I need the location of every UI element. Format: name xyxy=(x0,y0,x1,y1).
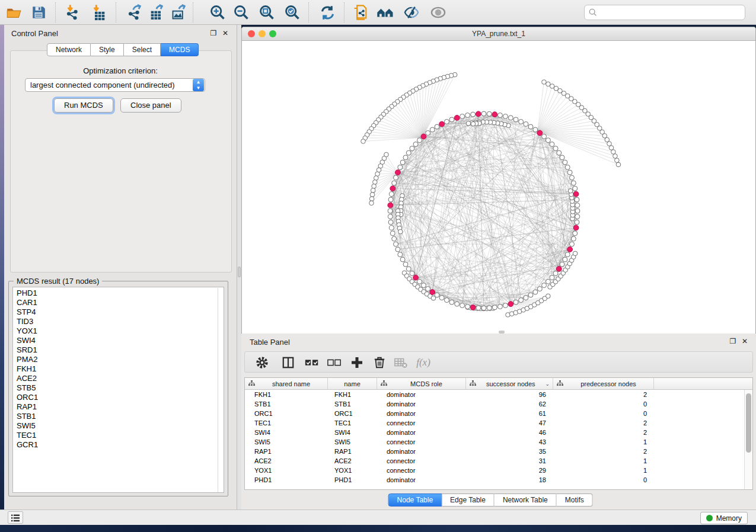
search-box[interactable] xyxy=(584,5,745,20)
graph-node[interactable] xyxy=(565,252,570,257)
column-header-successor-nodes[interactable]: successor nodes⌄ xyxy=(466,378,553,389)
graph-mcds-node[interactable] xyxy=(395,170,401,175)
tab-motifs[interactable]: Motifs xyxy=(557,493,593,507)
mcds-scrollbar-track[interactable] xyxy=(218,288,218,493)
export-image-icon[interactable] xyxy=(168,2,190,23)
graph-node[interactable] xyxy=(413,142,418,146)
graph-node[interactable] xyxy=(398,229,403,234)
graph-node[interactable] xyxy=(613,154,618,159)
graph-node[interactable] xyxy=(569,242,574,246)
graph-node[interactable] xyxy=(557,150,562,155)
graph-node[interactable] xyxy=(369,197,374,201)
mcds-node-item[interactable]: GCR1 xyxy=(13,440,224,450)
graph-node[interactable] xyxy=(497,305,502,309)
search-input[interactable] xyxy=(598,6,745,19)
table-row[interactable]: TEC1TEC1connector472 xyxy=(245,418,752,428)
table-row[interactable]: STB1STB1dominator620 xyxy=(245,399,752,409)
graph-node[interactable] xyxy=(573,231,578,236)
graph-node[interactable] xyxy=(569,175,574,180)
criterion-dropdown[interactable]: largest connected component (undirected)… xyxy=(25,78,205,92)
graph-node[interactable] xyxy=(465,305,470,309)
table-cell[interactable]: 1 xyxy=(553,456,654,466)
delete-columns-icon[interactable] xyxy=(369,353,390,372)
graph-node[interactable] xyxy=(388,209,393,213)
network-window-titlebar[interactable]: YPA_prune.txt_1 xyxy=(242,27,755,41)
graph-node[interactable] xyxy=(374,176,379,181)
graph-node[interactable] xyxy=(568,188,573,193)
mcds-node-item[interactable]: CAR1 xyxy=(13,298,224,307)
graph-node[interactable] xyxy=(400,257,405,262)
table-row[interactable]: SWI4SWI4dominator462 xyxy=(245,428,752,437)
graph-node[interactable] xyxy=(471,121,476,126)
graph-node[interactable] xyxy=(528,293,533,297)
graph-node[interactable] xyxy=(575,197,579,202)
graph-mcds-node[interactable] xyxy=(508,302,513,307)
graph-mcds-node[interactable] xyxy=(567,247,573,252)
graph-node[interactable] xyxy=(390,231,395,236)
graph-node[interactable] xyxy=(524,296,528,300)
deselect-all-rows-icon[interactable] xyxy=(324,353,344,372)
column-header-name[interactable]: name xyxy=(328,378,377,389)
graph-node[interactable] xyxy=(426,287,430,291)
table-cell[interactable]: dominator xyxy=(377,390,466,399)
graph-node[interactable] xyxy=(575,203,580,207)
mcds-node-item[interactable]: SWI5 xyxy=(13,421,224,431)
graph-mcds-node[interactable] xyxy=(476,111,481,117)
table-cell[interactable]: dominator xyxy=(377,475,466,485)
hide-selected-icon[interactable] xyxy=(400,2,423,23)
table-row[interactable]: ORC1ORC1dominator610 xyxy=(245,409,752,418)
table-cell[interactable]: ORC1 xyxy=(328,409,377,418)
tab-select[interactable]: Select xyxy=(124,43,161,56)
graph-node[interactable] xyxy=(560,155,564,160)
graph-node[interactable] xyxy=(542,134,547,139)
graph-mcds-node[interactable] xyxy=(430,290,435,295)
graph-node[interactable] xyxy=(400,160,405,165)
export-table-icon[interactable] xyxy=(145,2,168,23)
table-cell[interactable]: 1 xyxy=(553,466,654,475)
table-row[interactable]: RAP1RAP1dominator352 xyxy=(245,447,752,456)
mcds-node-item[interactable]: STB1 xyxy=(13,412,224,421)
network-from-selection-icon[interactable] xyxy=(349,2,372,23)
column-header-shared-name[interactable]: shared name xyxy=(245,378,328,389)
mcds-node-item[interactable]: SRD1 xyxy=(13,345,224,355)
mcds-node-item[interactable]: STB5 xyxy=(13,383,224,393)
tab-style[interactable]: Style xyxy=(91,43,124,56)
table-cell[interactable]: FKH1 xyxy=(245,390,328,399)
graph-node[interactable] xyxy=(503,303,508,308)
table-cell[interactable]: connector xyxy=(377,437,466,447)
table-row[interactable]: YOX1YOX1connector291 xyxy=(245,466,752,475)
graph-node[interactable] xyxy=(455,302,460,306)
graph-node[interactable] xyxy=(476,306,481,310)
function-builder-icon[interactable]: f(x) xyxy=(413,353,433,372)
mcds-node-item[interactable]: ACE2 xyxy=(13,374,224,383)
table-cell[interactable]: 2 xyxy=(553,418,654,428)
graph-node[interactable] xyxy=(471,112,476,117)
table-cell[interactable]: 2 xyxy=(553,447,654,456)
table-cell[interactable]: dominator xyxy=(377,409,466,418)
table-cell[interactable]: ACE2 xyxy=(328,456,377,466)
graph-node[interactable] xyxy=(481,111,486,116)
graph-node[interactable] xyxy=(370,193,375,197)
graph-mcds-node[interactable] xyxy=(492,112,497,117)
graph-node[interactable] xyxy=(524,121,528,126)
graph-node[interactable] xyxy=(388,197,393,202)
graph-node[interactable] xyxy=(421,283,426,288)
graph-node[interactable] xyxy=(369,201,374,206)
select-all-rows-icon[interactable] xyxy=(302,353,322,372)
table-cell[interactable]: 29 xyxy=(466,466,553,475)
graph-node[interactable] xyxy=(481,306,486,310)
mcds-node-item[interactable]: TID3 xyxy=(13,317,224,326)
table-cell[interactable]: SWI5 xyxy=(245,437,328,447)
graph-node[interactable] xyxy=(513,117,518,122)
add-column-icon[interactable] xyxy=(347,353,367,372)
graph-node[interactable] xyxy=(392,236,397,241)
save-session-icon[interactable] xyxy=(27,2,50,23)
graph-node[interactable] xyxy=(435,293,439,297)
graph-node[interactable] xyxy=(417,138,422,143)
table-cell[interactable]: RAP1 xyxy=(328,447,377,456)
table-cell[interactable]: 31 xyxy=(466,456,553,466)
mcds-result-listbox[interactable]: PHD1CAR1STP4TID3YOX1SWI4SRD1PMA2FKH1ACE2… xyxy=(12,287,224,493)
graph-mcds-node[interactable] xyxy=(388,203,393,208)
graph-node[interactable] xyxy=(389,192,394,197)
graph-node[interactable] xyxy=(403,262,408,267)
